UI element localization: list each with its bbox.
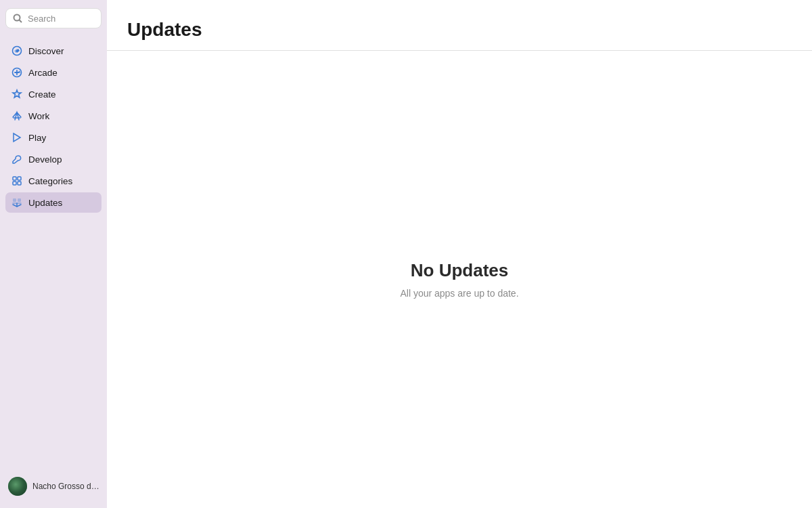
sidebar-item-play[interactable]: Play — [5, 127, 102, 148]
svg-rect-12 — [13, 182, 16, 185]
sidebar-item-label-arcade: Arcade — [28, 68, 58, 78]
sidebar-item-arcade[interactable]: Arcade — [5, 62, 102, 83]
grid-icon — [11, 175, 23, 187]
sidebar: Search Discover Arcade — [0, 0, 107, 508]
sidebar-item-updates[interactable]: Updates — [5, 192, 102, 213]
sidebar-item-categories[interactable]: Categories — [5, 171, 102, 191]
arcade-icon — [11, 66, 23, 79]
sidebar-item-label-develop: Develop — [28, 154, 62, 165]
sidebar-item-create[interactable]: Create — [5, 84, 102, 104]
work-icon — [11, 110, 23, 122]
svg-line-1 — [20, 20, 22, 23]
play-icon — [11, 131, 23, 144]
sidebar-item-label-work: Work — [28, 111, 49, 121]
no-updates-subtitle: All your apps are up to date. — [400, 288, 518, 299]
user-profile[interactable]: Nacho Grosso de Dola... — [5, 474, 103, 499]
search-box[interactable]: Search — [5, 8, 102, 28]
sidebar-item-label-discover: Discover — [28, 46, 64, 56]
svg-point-7 — [20, 72, 20, 72]
search-input-label: Search — [28, 14, 55, 24]
sidebar-item-label-updates: Updates — [28, 198, 62, 208]
compass-icon — [11, 45, 23, 57]
username-label: Nacho Grosso de Dola... — [32, 482, 100, 491]
sidebar-item-label-create: Create — [28, 89, 56, 100]
create-icon — [11, 88, 23, 100]
svg-rect-11 — [18, 177, 21, 180]
empty-state: No Updates All your apps are up to date. — [107, 51, 812, 508]
sidebar-item-work[interactable]: Work — [5, 106, 102, 126]
svg-marker-9 — [14, 133, 20, 142]
search-icon — [12, 12, 24, 24]
svg-rect-15 — [18, 198, 21, 202]
svg-rect-10 — [13, 177, 16, 180]
main-content-area: Updates No Updates All your apps are up … — [107, 0, 812, 508]
sidebar-item-label-categories: Categories — [28, 176, 72, 186]
avatar — [8, 477, 27, 496]
updates-icon — [11, 196, 23, 209]
svg-rect-14 — [13, 198, 16, 202]
sidebar-item-discover[interactable]: Discover — [5, 41, 102, 61]
svg-marker-8 — [13, 90, 21, 98]
svg-rect-13 — [18, 182, 21, 185]
no-updates-title: No Updates — [411, 260, 508, 281]
sidebar-item-develop[interactable]: Develop — [5, 149, 102, 169]
wrench-icon — [11, 153, 23, 165]
page-title: Updates — [127, 19, 792, 41]
svg-point-6 — [19, 71, 20, 72]
svg-point-0 — [14, 15, 20, 21]
sidebar-item-label-play: Play — [28, 133, 46, 143]
page-header: Updates — [107, 0, 812, 51]
